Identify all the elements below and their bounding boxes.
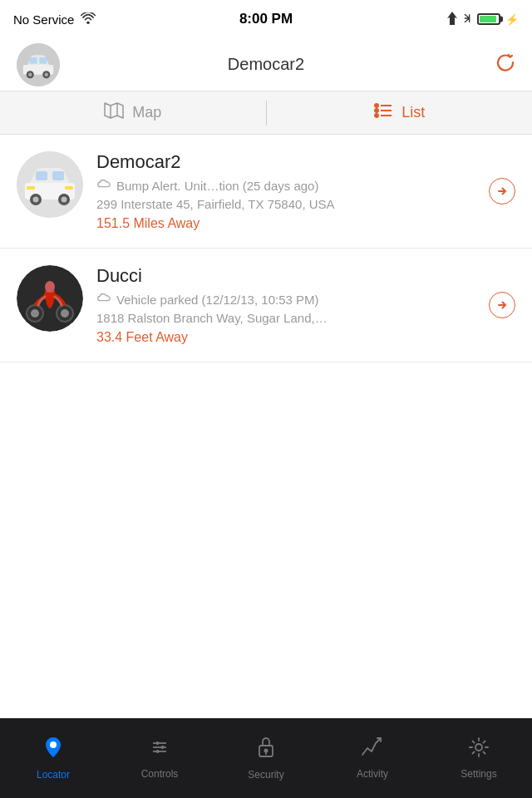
svg-point-36: [156, 741, 160, 745]
svg-point-22: [62, 197, 67, 203]
svg-rect-18: [52, 171, 64, 180]
nav-settings[interactable]: Settings: [426, 718, 532, 798]
vehicle-arrow-ducci[interactable]: [489, 292, 515, 318]
vehicle-status-text-ducci: Vehicle parked (12/12/13, 10:53 PM): [116, 293, 319, 307]
vehicle-address-democar2: 299 Interstate 45, Fairfield, TX 75840, …: [96, 197, 515, 211]
vehicle-distance-ducci: 33.4 Feet Away: [96, 330, 515, 345]
svg-point-0: [87, 21, 91, 24]
status-time: 8:00 PM: [239, 11, 293, 27]
status-right: ⚡: [447, 12, 519, 27]
vehicle-name-ducci: Ducci: [96, 265, 515, 287]
nav-locator[interactable]: Locator: [0, 718, 106, 798]
controls-icon: [149, 736, 170, 763]
nav-security-label: Security: [248, 769, 283, 781]
nav-locator-label: Locator: [37, 769, 70, 781]
nav-activity-label: Activity: [357, 768, 388, 780]
svg-point-10: [375, 109, 378, 112]
nav-activity[interactable]: Activity: [319, 718, 426, 798]
vehicle-address-ducci: 1818 Ralston Branch Way, Sugar Land,…: [96, 311, 515, 325]
activity-icon: [361, 736, 384, 763]
car-thumbnail: [17, 43, 60, 86]
refresh-button[interactable]: [495, 52, 515, 77]
header-title: Democar2: [228, 55, 304, 74]
svg-point-29: [61, 309, 69, 318]
tab-list[interactable]: List: [267, 91, 533, 134]
vehicle-list: Democar2 Bump Alert. Unit…tion (25 days …: [0, 135, 532, 362]
wifi-icon: [81, 12, 96, 27]
cloud-icon: [96, 178, 111, 193]
security-icon: [256, 736, 276, 764]
svg-point-6: [28, 72, 32, 76]
nav-controls[interactable]: Controls: [106, 718, 213, 798]
nav-controls-label: Controls: [141, 768, 179, 780]
settings-icon: [468, 736, 490, 763]
svg-point-32: [45, 281, 55, 293]
locator-icon: [42, 736, 64, 764]
nav-settings-label: Settings: [461, 768, 496, 780]
vehicle-thumbnail-ducci: [17, 265, 83, 332]
vehicle-info-democar2: Democar2 Bump Alert. Unit…tion (25 days …: [96, 151, 515, 231]
vehicle-thumbnail-democar2: [17, 151, 83, 218]
vehicle-arrow-democar2[interactable]: [489, 178, 515, 204]
vehicle-status-democar2: Bump Alert. Unit…tion (25 days ago): [96, 178, 515, 193]
nav-security[interactable]: Security: [213, 718, 319, 798]
vehicle-item: Democar2 Bump Alert. Unit…tion (25 days …: [0, 135, 532, 249]
svg-point-46: [475, 744, 482, 751]
svg-rect-4: [39, 57, 47, 63]
location-icon: [447, 12, 457, 27]
view-tabs: Map List: [0, 91, 532, 135]
svg-rect-23: [65, 186, 73, 190]
svg-point-33: [50, 741, 57, 748]
lightning-icon: ⚡: [505, 13, 519, 26]
vehicle-info-ducci: Ducci Vehicle parked (12/12/13, 10:53 PM…: [96, 265, 515, 345]
list-icon: [373, 101, 393, 124]
tab-map[interactable]: Map: [0, 91, 266, 134]
svg-point-42: [156, 750, 160, 753]
svg-point-20: [33, 197, 39, 203]
vehicle-status-text-democar2: Bump Alert. Unit…tion (25 days ago): [116, 179, 318, 193]
svg-rect-17: [36, 171, 47, 180]
map-icon: [104, 101, 124, 124]
vehicle-item: Ducci Vehicle parked (12/12/13, 10:53 PM…: [0, 249, 532, 362]
battery-icon: [477, 13, 500, 25]
svg-point-11: [375, 114, 378, 117]
bluetooth-icon: [462, 12, 472, 27]
svg-rect-3: [30, 57, 37, 63]
svg-rect-24: [27, 186, 35, 190]
app-header: Democar2: [0, 38, 532, 91]
header-avatar: [17, 43, 60, 86]
svg-point-27: [31, 309, 39, 318]
vehicle-name-democar2: Democar2: [96, 151, 515, 173]
carrier-text: No Service: [13, 12, 74, 27]
cloud-icon-2: [96, 292, 111, 307]
vehicle-status-ducci: Vehicle parked (12/12/13, 10:53 PM): [96, 292, 515, 307]
tab-map-label: Map: [132, 104, 161, 121]
bottom-nav: Locator Controls Security: [0, 718, 532, 798]
status-left: No Service: [13, 12, 96, 27]
svg-point-39: [161, 746, 165, 749]
tab-list-label: List: [401, 104, 425, 121]
svg-point-8: [44, 72, 48, 76]
vehicle-distance-democar2: 151.5 Miles Away: [96, 216, 515, 231]
status-bar: No Service 8:00 PM ⚡: [0, 0, 532, 38]
svg-point-44: [264, 749, 268, 753]
svg-point-9: [375, 104, 378, 107]
